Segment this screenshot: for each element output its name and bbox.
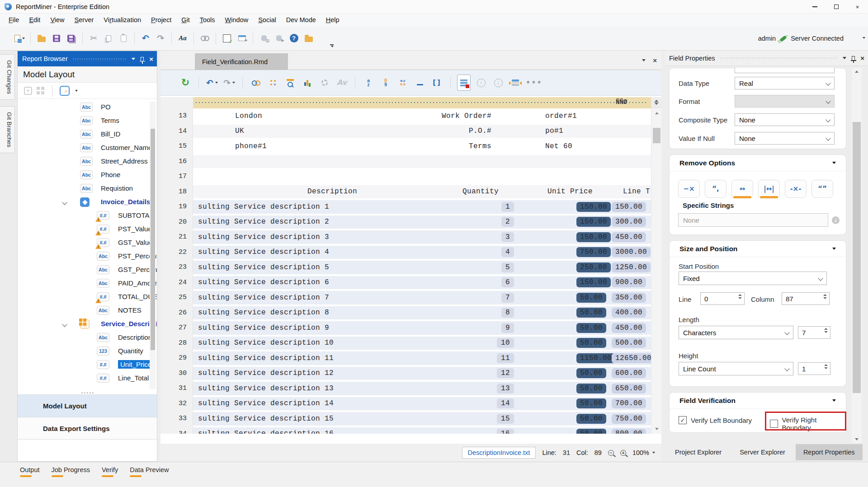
table-row[interactable]: 17	[160, 169, 651, 184]
close-icon[interactable]: ×	[860, 55, 864, 61]
collapse-icon[interactable]	[832, 399, 836, 402]
menu-server[interactable]: Server	[70, 14, 99, 25]
column-spinner[interactable]: 87	[782, 292, 830, 305]
preview-icon[interactable]	[283, 75, 297, 91]
panel-tab-output[interactable]: Output	[20, 466, 40, 477]
minimize-button[interactable]	[804, 0, 826, 14]
tree-item-gst_value[interactable]: #.#!GST_Value	[18, 236, 157, 250]
length-unit-select[interactable]: Characters	[679, 326, 793, 339]
table-row[interactable]: 25sulting Service description 7750.00350…	[160, 290, 651, 305]
tree-item-terms[interactable]: AbcTerms	[18, 114, 157, 128]
export-menu-icon[interactable]	[75, 90, 78, 92]
menu-view[interactable]: View	[45, 14, 69, 25]
settings-icon[interactable]	[318, 75, 331, 91]
tree-item-description[interactable]: AbcDescription	[18, 331, 157, 345]
remove-boundary-spaces-icon[interactable]: |↔|	[758, 180, 780, 198]
verify-window-icon[interactable]	[220, 30, 234, 47]
composite-type-select[interactable]: None	[735, 113, 835, 126]
menu-file[interactable]: File	[4, 14, 24, 25]
export-window-icon[interactable]	[235, 30, 249, 47]
move-up-icon[interactable]: ↑	[474, 75, 488, 91]
table-row[interactable]: 30sulting Service description 121250.006…	[160, 366, 651, 381]
redo-icon[interactable]: ↷	[154, 30, 167, 47]
save-icon[interactable]	[50, 30, 63, 47]
specific-strings-input[interactable]: None	[678, 213, 828, 227]
refresh-icon[interactable]: ↻	[179, 75, 192, 91]
font-icon[interactable]: Aa	[176, 30, 189, 47]
tree-item-phone[interactable]: AbcPhone	[18, 169, 157, 182]
pattern-field-icon[interactable]	[457, 75, 471, 91]
panel-menu-icon[interactable]	[132, 58, 135, 60]
table-row[interactable]: 34sulting Service description 161650.008…	[160, 426, 651, 434]
close-icon[interactable]: ×	[149, 56, 153, 62]
tree-item-subtotal[interactable]: #.#!SUBTOTAL	[18, 209, 157, 223]
open-icon[interactable]	[35, 30, 48, 47]
export-icon[interactable]: →	[60, 86, 70, 96]
menu-dev-mode[interactable]: Dev Mode	[281, 14, 321, 25]
save-all-icon[interactable]	[65, 30, 78, 47]
collapse-icon[interactable]	[832, 162, 836, 164]
zoom-out-icon[interactable]: –	[608, 450, 614, 456]
table-row[interactable]: 23sulting Service description 55250.0012…	[160, 260, 651, 275]
run-db-icon[interactable]	[272, 30, 286, 47]
maximize-button[interactable]	[826, 0, 847, 14]
tab-server-explorer[interactable]: Server Explorer	[732, 444, 793, 460]
table-row[interactable]: 28sulting Service description 101050.005…	[160, 336, 651, 351]
menu-edit[interactable]: Edit	[24, 14, 45, 25]
pin-icon[interactable]	[141, 57, 144, 61]
tree-item-po[interactable]: AbcPO	[18, 101, 157, 114]
tree-item-unit_price[interactable]: #.#Unit_Price	[18, 358, 157, 372]
pin-icon[interactable]	[852, 56, 855, 60]
tree-item-paid_amount[interactable]: AbcPAID_Amount	[18, 277, 157, 290]
new-report-icon[interactable]	[13, 30, 26, 47]
tree-item-street_address[interactable]: AbcStreet_Address	[18, 155, 157, 169]
collapse-icon[interactable]	[832, 248, 836, 250]
data-export-settings-button[interactable]: Data Export Settings	[18, 417, 157, 440]
verify-left-checkbox[interactable]: ✓	[679, 416, 687, 424]
table-row[interactable]: 31sulting Service description 131350.006…	[160, 381, 651, 396]
tree-item-invoice_details[interactable]: Invoice_Details	[18, 196, 157, 209]
undo-icon[interactable]: ↶	[139, 30, 152, 47]
overflow-icon[interactable]: •••	[526, 75, 542, 91]
table-row[interactable]: 22sulting Service description 44750.0030…	[160, 245, 651, 260]
remove-all-spaces-icon[interactable]: ↔	[731, 180, 753, 198]
tree-scrollbar[interactable]	[150, 102, 156, 389]
table-row[interactable]: 20sulting Service description 22150.0030…	[160, 215, 651, 230]
table-row[interactable]: 15phone#1TermsNet 60	[160, 139, 651, 154]
remove-quotes-icon[interactable]: “”	[811, 180, 833, 198]
remove-middle-icon[interactable]: -×-	[785, 180, 807, 198]
tree-item-customer_name[interactable]: AbcCustomer_Name	[18, 141, 157, 155]
find-fields-icon[interactable]	[249, 75, 263, 91]
chevron-down-icon[interactable]	[62, 322, 67, 327]
menu-help[interactable]: Help	[321, 14, 344, 25]
scroll-up-icon[interactable]	[852, 68, 862, 75]
toolbar-options-icon[interactable]	[863, 37, 865, 39]
remove-trailing-icon[interactable]: −×	[678, 180, 700, 198]
tree-item-line_total[interactable]: #.#Line_Total	[18, 372, 157, 385]
panel-tab-data-preview[interactable]: Data Preview	[130, 466, 169, 477]
merge-rows-icon[interactable]	[509, 75, 522, 91]
redo-icon[interactable]: ↷	[222, 75, 236, 91]
start-position-select[interactable]: Fixed	[679, 272, 827, 285]
tab-report-properties[interactable]: Report Properties	[796, 444, 863, 460]
brackets-icon[interactable]: []	[430, 75, 444, 91]
remove-leading-quotes-icon[interactable]: “,	[705, 180, 726, 198]
menu-tools[interactable]: Tools	[195, 14, 220, 25]
table-row[interactable]: 33sulting Service description 151550.007…	[160, 411, 651, 426]
export-db-icon[interactable]	[257, 30, 271, 47]
auto-fields-icon[interactable]	[266, 75, 280, 91]
table-row[interactable]: 32sulting Service description 141450.007…	[160, 396, 651, 412]
font-disabled-icon[interactable]: Av	[335, 75, 349, 91]
zoom-in-icon[interactable]: +	[620, 450, 626, 456]
zoom-level[interactable]: 100%	[632, 449, 649, 456]
tab-project-explorer[interactable]: Project Explorer	[667, 444, 729, 460]
menu-virtualization[interactable]: Virtualization	[99, 14, 146, 25]
close-document-icon[interactable]: ×	[653, 57, 657, 64]
panel-menu-icon[interactable]	[843, 57, 846, 59]
table-row[interactable]: 13LondonWork Order#order#1	[160, 108, 651, 124]
document-tab[interactable]: Field_Verification.Rmd	[195, 53, 288, 70]
menu-git[interactable]: Git	[176, 14, 195, 25]
table-row[interactable]: 19sulting Service description 11150.0015…	[160, 199, 651, 215]
chart-icon[interactable]	[301, 75, 314, 91]
line-spinner[interactable]: 0	[700, 292, 745, 305]
